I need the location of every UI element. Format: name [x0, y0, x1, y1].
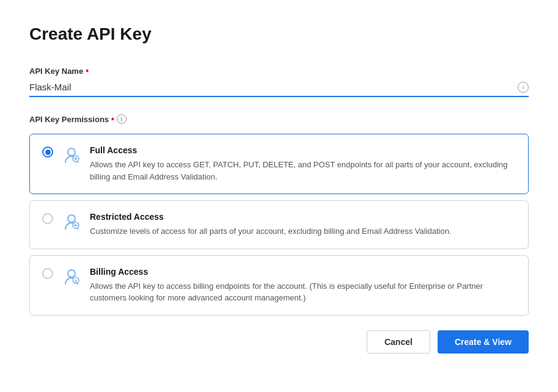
billing-access-title: Billing Access: [90, 267, 516, 277]
api-key-name-field: i: [29, 79, 529, 97]
full-access-content: Full Access Allows the API key to access…: [90, 145, 516, 183]
full-access-option[interactable]: Full Access Allows the API key to access…: [29, 134, 529, 194]
restricted-access-option[interactable]: Restricted Access Customize levels of ac…: [29, 200, 529, 249]
full-access-icon: [62, 145, 81, 167]
api-key-name-label: API Key Name •: [29, 66, 529, 76]
permissions-required-indicator: •: [111, 114, 114, 124]
restricted-access-title: Restricted Access: [90, 212, 516, 222]
svg-point-0: [68, 148, 75, 156]
required-indicator: •: [86, 66, 89, 76]
restricted-access-content: Restricted Access Customize levels of ac…: [90, 212, 516, 238]
billing-access-icon: $: [62, 267, 81, 289]
restricted-access-desc: Customize levels of access for all parts…: [90, 225, 516, 238]
restricted-access-radio[interactable]: [42, 213, 53, 224]
billing-access-content: Billing Access Allows the API key to acc…: [90, 267, 516, 304]
page-title: Create API Key: [29, 24, 529, 44]
cancel-button[interactable]: Cancel: [367, 330, 430, 354]
svg-point-4: [68, 215, 75, 222]
create-view-button[interactable]: Create & View: [438, 330, 529, 354]
create-api-key-modal: Create API Key API Key Name • i API Key …: [0, 0, 558, 392]
api-key-name-input[interactable]: [29, 79, 529, 97]
billing-access-desc: Allows the API key to access billing end…: [90, 280, 516, 304]
svg-text:$: $: [75, 278, 77, 283]
restricted-access-icon: [62, 212, 81, 234]
svg-point-7: [68, 270, 75, 277]
billing-access-radio[interactable]: [42, 268, 53, 279]
svg-point-6: [75, 225, 76, 226]
form-footer: Cancel Create & View: [29, 330, 529, 354]
permissions-label: API Key Permissions • i: [29, 114, 529, 124]
api-key-name-info-icon[interactable]: i: [518, 82, 529, 93]
billing-access-option[interactable]: $ Billing Access Allows the API key to a…: [29, 255, 529, 316]
full-access-title: Full Access: [90, 145, 516, 155]
full-access-desc: Allows the API key to access GET, PATCH,…: [90, 159, 516, 183]
full-access-radio[interactable]: [42, 147, 53, 158]
permissions-info-icon[interactable]: i: [117, 114, 127, 124]
